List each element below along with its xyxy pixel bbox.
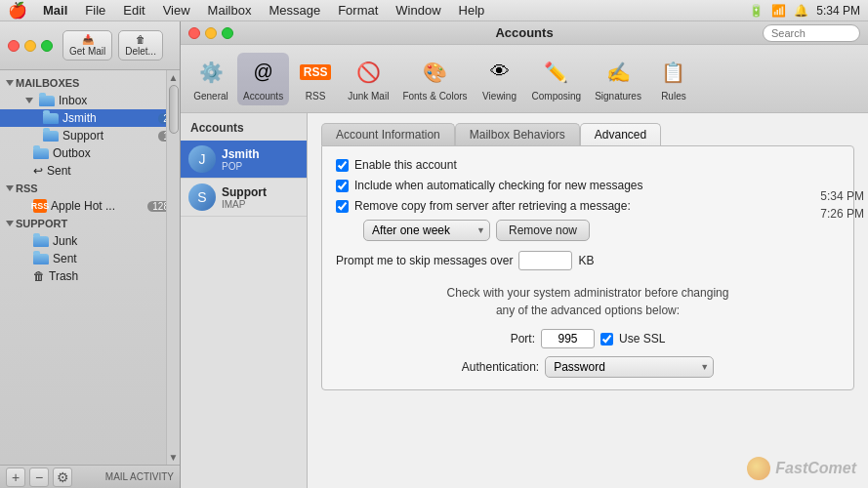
add-button[interactable]: + (6, 468, 25, 487)
dialog-minimize-button[interactable] (205, 27, 217, 39)
sidebar-scrollbar[interactable]: ▲ ▼ (166, 70, 180, 465)
remove-after-select-wrapper[interactable]: After one week After one day After one m… (363, 220, 490, 241)
menu-message[interactable]: Message (261, 1, 328, 20)
tab-account-info[interactable]: Account Information (321, 123, 455, 145)
sidebar-item-sent[interactable]: ↩ Sent (0, 162, 180, 180)
menu-help[interactable]: Help (451, 1, 493, 20)
tool-composing-label: Composing (532, 91, 582, 102)
tool-accounts[interactable]: @ Accounts (237, 53, 289, 105)
enable-account-checkbox[interactable] (336, 159, 349, 172)
remove-after-section: After one week After one day After one m… (336, 220, 840, 241)
rss-icon: RSS (300, 57, 331, 88)
dialog-maximize-button[interactable] (222, 27, 233, 39)
dialog-titlebar: Accounts (181, 21, 868, 45)
junk-icon (33, 236, 49, 247)
trash-icon: 🗑 (33, 269, 45, 283)
sidebar-item-sent2[interactable]: Sent (0, 250, 180, 267)
delete-button[interactable]: 🗑 Delet... (118, 30, 163, 61)
mailboxes-section-header[interactable]: MAILBOXES (0, 74, 180, 92)
settings-button[interactable]: ⚙ (53, 468, 72, 487)
rss-section-header[interactable]: RSS (0, 180, 180, 197)
get-mail-button[interactable]: 📥 Get Mail (62, 30, 112, 61)
mail-toolbar: 📥 Get Mail 🗑 Delet... (0, 21, 180, 70)
menu-file[interactable]: File (77, 1, 113, 20)
menu-mailbox[interactable]: Mailbox (200, 1, 260, 20)
rules-icon: 📋 (658, 57, 689, 88)
tool-viewing[interactable]: 👁 Viewing (475, 53, 524, 105)
remove-after-select[interactable]: After one week After one day After one m… (363, 220, 490, 241)
accounts-dialog: Accounts ⚙️ General @ Accounts RSS RSS (181, 21, 868, 488)
tool-rules[interactable]: 📋 Rules (649, 53, 698, 105)
tool-fonts-colors[interactable]: 🎨 Fonts & Colors (396, 53, 473, 105)
menu-edit[interactable]: Edit (115, 1, 152, 20)
account-item-jsmith[interactable]: J Jsmith POP (181, 141, 307, 179)
mail-sidebar: 📥 Get Mail 🗑 Delet... MAILBOXES (0, 21, 181, 488)
sidebar-item-trash[interactable]: 🗑 Trash (0, 267, 180, 285)
sidebar-item-junk[interactable]: Junk (0, 232, 180, 250)
remove-now-button[interactable]: Remove now (496, 220, 590, 241)
maximize-button[interactable] (41, 40, 53, 52)
admin-note-line2: any of the advanced options below: (336, 302, 840, 319)
fastcomet-watermark: FastComet (747, 457, 856, 480)
junk-label: Junk (53, 234, 77, 248)
support-section-header[interactable]: SUPPORT (0, 215, 180, 232)
port-row: Port: Use SSL (336, 329, 840, 348)
remove-button[interactable]: − (29, 468, 49, 487)
viewing-icon: 👁 (484, 57, 516, 88)
scroll-up-arrow[interactable]: ▲ (167, 70, 180, 83)
close-button[interactable] (8, 40, 20, 52)
menu-clock: 🔋📶🔔 5:34 PM (749, 4, 860, 18)
prompt-row: Prompt me to skip messages over KB (336, 251, 840, 270)
tool-general[interactable]: ⚙️ General (186, 53, 235, 105)
include-checking-checkbox[interactable] (336, 180, 349, 192)
menu-window[interactable]: Window (388, 1, 448, 20)
tool-composing[interactable]: ✏️ Composing (526, 53, 588, 105)
tool-rss[interactable]: RSS RSS (291, 53, 340, 105)
sidebar-item-jsmith[interactable]: Jsmith 2 (0, 109, 180, 127)
inbox-label: Inbox (59, 94, 87, 107)
dialog-body: Accounts J Jsmith POP S Support IMAP (181, 113, 868, 488)
minimize-button[interactable] (24, 40, 36, 52)
dialog-close-button[interactable] (188, 27, 200, 39)
clock-time2: 7:26 PM (820, 205, 864, 223)
detail-panel: Account Information Mailbox Behaviors Ad… (308, 113, 868, 488)
scroll-thumb[interactable] (169, 85, 179, 134)
auth-row: Authentication: Password MD5 Challenge-R… (336, 356, 840, 378)
tool-junk-mail[interactable]: 🚫 Junk Mail (342, 53, 394, 105)
scroll-down-arrow[interactable]: ▼ (167, 452, 180, 463)
advanced-tab-content: Enable this account Include when automat… (321, 145, 854, 390)
menu-mail[interactable]: Mail (35, 1, 75, 20)
auth-select-wrapper[interactable]: Password MD5 Challenge-Response NTLM Ker… (545, 356, 714, 378)
remove-copy-row: Remove copy from server after retrieving… (336, 199, 840, 213)
tool-signatures[interactable]: ✍️ Signatures (589, 53, 647, 105)
mail-activity-label: MAIL ACTIVITY (105, 471, 174, 482)
sent2-icon (33, 254, 49, 264)
prompt-input[interactable] (518, 251, 572, 270)
remove-copy-checkbox[interactable] (336, 200, 349, 213)
accounts-icon: @ (248, 57, 279, 88)
trash-label: Trash (49, 269, 78, 283)
sidebar-item-outbox[interactable]: Outbox (0, 144, 180, 162)
tool-fonts-label: Fonts & Colors (402, 91, 467, 102)
port-input[interactable] (541, 329, 595, 348)
sidebar-item-apple-hot[interactable]: RSS Apple Hot ... 128 (0, 197, 180, 215)
tab-mailbox-behaviors[interactable]: Mailbox Behaviors (455, 123, 580, 145)
tab-advanced[interactable]: Advanced (580, 123, 661, 145)
sidebar-item-support[interactable]: Support 1 (0, 127, 180, 144)
tool-signatures-label: Signatures (595, 91, 641, 102)
sidebar-item-inbox[interactable]: Inbox (0, 92, 180, 109)
use-ssl-checkbox[interactable] (600, 333, 613, 346)
jsmith-label: Jsmith (62, 111, 97, 125)
menu-view[interactable]: View (155, 1, 198, 20)
apple-menu[interactable]: 🍎 (8, 1, 27, 20)
jsmith-avatar: J (188, 145, 216, 173)
account-item-support[interactable]: S Support IMAP (181, 179, 307, 217)
accounts-list-panel: Accounts J Jsmith POP S Support IMAP (181, 113, 308, 488)
mailboxes-triangle (6, 80, 14, 86)
search-input[interactable] (763, 24, 860, 42)
composing-icon: ✏️ (541, 57, 572, 88)
menu-format[interactable]: Format (330, 1, 386, 20)
support-account-name: Support (222, 185, 267, 199)
auth-select[interactable]: Password MD5 Challenge-Response NTLM Ker… (545, 356, 714, 378)
include-checking-label: Include when automatically checking for … (354, 179, 643, 192)
